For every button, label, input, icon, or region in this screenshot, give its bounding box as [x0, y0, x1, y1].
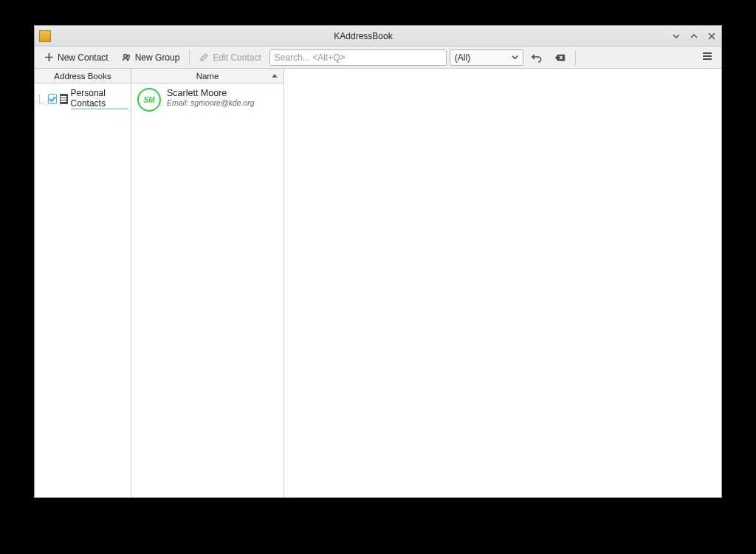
pencil-icon: [199, 52, 209, 62]
close-button[interactable]: [707, 31, 717, 41]
svg-point-1: [127, 55, 129, 57]
address-books-header[interactable]: Address Books: [35, 69, 131, 83]
undo-icon: [532, 52, 542, 63]
avatar: SM: [137, 88, 161, 112]
window-controls: [671, 31, 717, 41]
new-group-label: New Group: [135, 52, 180, 63]
check-icon: [49, 95, 56, 103]
new-contact-label: New Contact: [58, 52, 109, 63]
edit-contact-button: Edit Contact: [194, 50, 266, 65]
filter-select[interactable]: (All): [450, 49, 523, 66]
address-book-icon: [60, 94, 68, 104]
address-books-panel: Address Books Personal Contacts: [35, 69, 131, 497]
filter-selected-label: (All): [455, 52, 470, 63]
new-group-button[interactable]: New Group: [117, 50, 185, 65]
contact-list-item[interactable]: SM Scarlett Moore Email: sgmoore@kde.org: [131, 83, 284, 116]
toolbar: New Contact New Group Edit Contact (All): [35, 47, 721, 69]
minimize-button[interactable]: [671, 31, 681, 41]
address-book-label: Personal Contacts: [71, 88, 128, 109]
chevron-down-icon: [512, 54, 518, 61]
group-icon: [122, 52, 131, 62]
new-contact-button[interactable]: New Contact: [39, 50, 114, 65]
edit-contact-label: Edit Contact: [213, 52, 261, 63]
content-area: Address Books Personal Contacts Name SM …: [35, 69, 721, 497]
contact-email: Email: sgmoore@kde.org: [167, 98, 255, 107]
contact-detail-panel: [284, 69, 721, 497]
plus-icon: [44, 52, 54, 62]
maximize-button[interactable]: [689, 31, 699, 41]
separator: [189, 50, 190, 65]
tree-branch: [39, 95, 44, 103]
clear-search-button[interactable]: [550, 50, 571, 65]
window-title: KAddressBook: [55, 31, 671, 41]
separator: [575, 50, 576, 65]
address-book-checkbox[interactable]: [48, 94, 57, 104]
svg-point-0: [123, 55, 126, 58]
undo-button[interactable]: [526, 50, 547, 65]
titlebar: KAddressBook: [35, 26, 721, 47]
address-book-item[interactable]: Personal Contacts: [36, 86, 129, 111]
address-books-tree: Personal Contacts: [35, 83, 131, 114]
menu-button[interactable]: [698, 48, 717, 66]
contact-list-header[interactable]: Name: [131, 69, 284, 83]
hamburger-icon: [701, 50, 713, 62]
app-icon: [39, 30, 51, 42]
contact-text: Scarlett Moore Email: sgmoore@kde.org: [167, 88, 255, 107]
contact-name: Scarlett Moore: [167, 88, 255, 98]
contact-list-panel: Name SM Scarlett Moore Email: sgmoore@kd…: [131, 69, 284, 497]
search-input[interactable]: [269, 49, 447, 66]
application-window: KAddressBook New Contact New Group Edit …: [34, 25, 722, 498]
backspace-icon: [555, 52, 566, 63]
